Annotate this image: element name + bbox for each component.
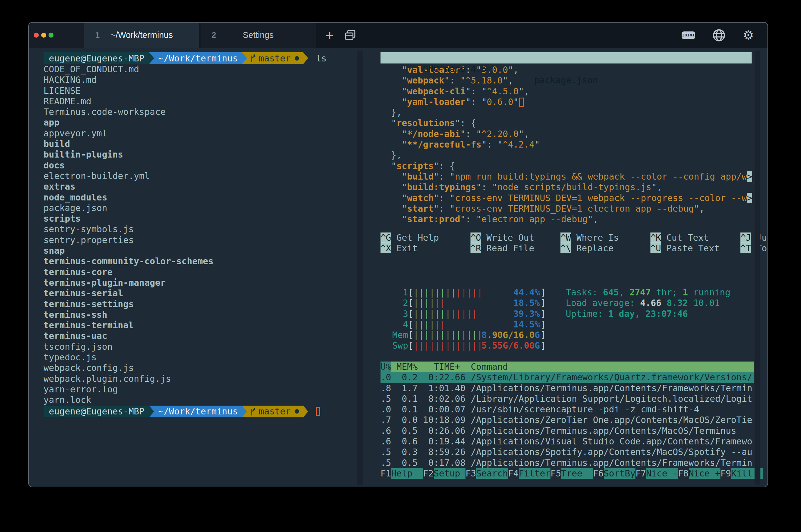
meter-value-part: G [535, 340, 540, 350]
file-item: tsconfig.json [43, 342, 382, 352]
meter-value: 14.5% [514, 319, 540, 330]
fn-button[interactable]: F1Help [380, 468, 423, 479]
meter-bar-segment: ||||| [451, 309, 477, 319]
nano-shortcut[interactable]: ^K Cut Text [650, 232, 741, 243]
nano-token: ": " [434, 203, 455, 214]
fn-button[interactable]: F8Nice + [678, 468, 721, 479]
nano-token: ", [694, 203, 705, 214]
nano-token: cross-env TERMINUS_DEV=1 webpack --progr… [455, 193, 747, 203]
process-row[interactable]: .0 0.2 0:22.66 /System/Library/Framework… [380, 372, 754, 383]
maximize-button[interactable] [49, 33, 54, 38]
terminal-pane-left[interactable]: eugene@Eugenes-MBP~/Work/terminusmasterl… [43, 52, 382, 417]
close-button[interactable] [34, 33, 39, 38]
nano-shortcut[interactable]: ^X Exit [380, 243, 470, 254]
tab-list-icon[interactable] [340, 23, 360, 48]
nano-token: ": " [434, 171, 455, 182]
fn-action-label: Nice - [646, 468, 678, 479]
new-tab-button[interactable]: + [319, 23, 340, 48]
fn-button[interactable]: F3Search [465, 468, 508, 479]
process-row[interactable]: .5 0.1 8:02.06 /Library/Application Supp… [380, 394, 762, 404]
process-row[interactable]: .0 0.1 0:00.07 /usr/sbin/screencapture -… [380, 404, 762, 415]
directory-item: extras [43, 182, 382, 192]
shortcut-key: ^J [741, 232, 751, 243]
htop-info-line: Uptime: 1 day, 23:07:46 [566, 309, 730, 319]
process-row[interactable]: .8 1.7 1:01.40 /Applications/Terminus.ap… [380, 383, 762, 394]
nano-shortcut[interactable]: ^R Read File [470, 243, 560, 254]
nano-shortcut[interactable]: ^W Where Is [560, 232, 650, 243]
htop-fn-bar: F1Help F2Setup F3SearchF4FilterF5Tree F6… [380, 468, 762, 479]
tab-work-terminus[interactable]: 1 ~/Work/terminus [84, 23, 199, 48]
nano-shortcut-bar: ^G Get Help^O Write Out^W Where Is^K Cut… [380, 232, 768, 254]
meter-bracket: ] [540, 319, 546, 330]
nano-token: node scripts/build-typings.js [497, 182, 651, 192]
fn-button[interactable]: F7Nice - [635, 468, 678, 479]
sort-column-header[interactable]: U% [380, 362, 391, 372]
meter-value: 39.3% [514, 309, 540, 319]
meter-bracket: ] [540, 330, 546, 340]
meter-value-part: 5.55G/6.00 [481, 340, 535, 350]
nano-token: **/graceful-fs [407, 139, 481, 150]
fn-action-label: Search [476, 468, 508, 479]
process-row[interactable]: .5 0.3 8:59.26 /Applications/Spotify.app… [380, 447, 762, 457]
nano-token: }, [380, 150, 402, 160]
nano-shortcut[interactable]: ^G Get Help [380, 232, 470, 243]
nano-token: " [380, 203, 407, 214]
nano-shortcut[interactable]: ^U Paste Text [650, 243, 741, 254]
tab-index: 1 [95, 31, 100, 40]
meter-bar-area: |||||||||||||8.90G/16.0G [413, 330, 540, 340]
process-row[interactable]: .6 0.6 0:19.44 /Applications/Visual Stud… [380, 436, 762, 447]
htop-info-part: Tasks: [566, 287, 603, 298]
htop-info-part [661, 298, 667, 308]
process-row[interactable]: .6 0.5 0:26.06 /Applications/Terminus.ap… [380, 425, 762, 436]
meter-bracket: [ [408, 330, 413, 340]
nano-app-version: GNU nano 4.5 [412, 64, 487, 74]
meter-bar-area: |||||||||||||5.55G/6.00G [413, 340, 540, 351]
nano-shortcut[interactable]: ^J Justify [741, 232, 768, 243]
nano-shortcut[interactable]: ^O Write Out [470, 232, 560, 243]
nano-token: resolutions [396, 118, 455, 128]
powerline-arrow [149, 405, 154, 417]
meter-value-part: .90G/16.0 [487, 330, 535, 340]
left-pane-scrollbar[interactable] [357, 51, 363, 485]
shortcut-label: Cut Text [661, 232, 709, 243]
nano-line: "yaml-loader": "0.6.0" [380, 97, 762, 107]
meter-label: Swp [392, 340, 408, 351]
powerline-arrow [303, 52, 308, 64]
shortcut-key: ^T [741, 243, 751, 253]
nano-token: ": " [465, 97, 487, 107]
process-table-header[interactable]: U% MEM% TIME+ Command [380, 362, 754, 372]
meter-bracket: ] [540, 340, 546, 351]
nano-line: "**/graceful-fs": "^4.2.4" [380, 139, 762, 150]
meter-bar-segment: || [434, 298, 445, 308]
file-item: webpack.config.js [43, 363, 382, 373]
right-pane-scrollbar[interactable] [755, 51, 760, 485]
globe-icon[interactable] [712, 28, 726, 42]
nano-shortcut[interactable]: ^\ Replace [560, 243, 650, 254]
typed-command: ls [316, 53, 327, 63]
process-row[interactable]: .5 0.5 0:17.08 /Applications/Terminus.ap… [380, 458, 762, 468]
powerline-arrow [149, 52, 154, 64]
nano-token: ", [588, 214, 598, 224]
htop-info-part: 4.66 [640, 298, 661, 308]
nano-shortcut-row: ^X Exit^R Read File^\ Replace^U Paste Te… [380, 243, 768, 254]
fn-button[interactable]: F2Setup [423, 468, 466, 479]
minimize-button[interactable] [41, 33, 46, 38]
settings-gear-icon[interactable]: ⚙ [743, 29, 754, 41]
serial-keyboard-icon[interactable]: IOIOI [682, 32, 695, 39]
nano-line: "start": "cross-env TERMINUS_DEV=1 elect… [380, 203, 762, 214]
fn-button[interactable]: F4Filter [508, 468, 551, 479]
htop-info-part: 1 day, 23:07:46 [609, 309, 688, 319]
fn-button[interactable]: F5Tree [551, 468, 593, 479]
tab-settings[interactable]: 2 Settings [201, 23, 316, 48]
nano-shortcut[interactable]: ^T To Spell [741, 243, 768, 254]
nano-editor-content[interactable]: "val-loader": "3.0.0", "webpack": "^5.18… [380, 65, 762, 225]
terminal-pane-right[interactable]: GNU nano 4.5 package.json "val-loader": … [380, 52, 762, 225]
meter-bar-area: |||||||||||||44.4% [413, 287, 540, 298]
process-row[interactable]: .7 0.0 10:18.09 /Applications/ZeroTier O… [380, 415, 762, 425]
directory-item: terminus-core [43, 267, 382, 278]
stacked-windows-icon [344, 30, 356, 41]
tab-title: ~/Work/terminus [111, 30, 173, 40]
htop-summary: Tasks: 645, 2747 thr; 1 runningLoad aver… [566, 287, 730, 319]
fn-key-label: F5 [551, 468, 561, 479]
fn-button[interactable]: F6SortBy [593, 468, 636, 479]
